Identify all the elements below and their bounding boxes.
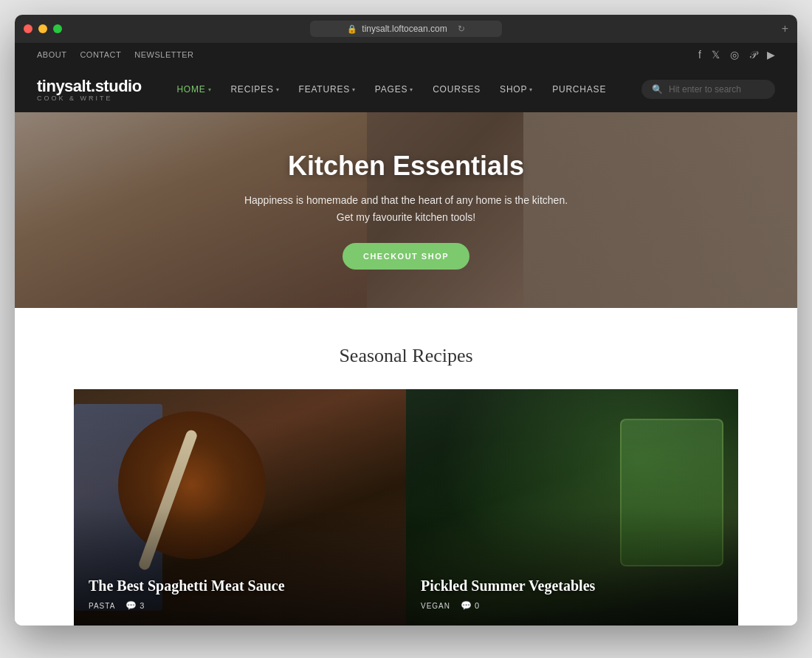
recipe-comments-2: 💬 0 — [461, 600, 479, 611]
page-content: ABOUT CONTACT NEWSLETTER f 𝕏 ◎ 𝒫 ▶ tinys… — [15, 43, 797, 626]
pinterest-icon[interactable]: 𝒫 — [749, 49, 757, 61]
nav-shop[interactable]: SHOP ▾ — [492, 80, 540, 99]
about-link[interactable]: ABOUT — [37, 50, 66, 59]
fullscreen-button[interactable] — [53, 24, 62, 33]
features-chevron: ▾ — [352, 86, 356, 93]
hero-title: Kitchen Essentials — [244, 151, 568, 182]
recipe-card-pickled[interactable]: Pickled Summer Vegetables VEGAN 💬 0 — [406, 389, 738, 626]
hero-subtitle: Happiness is homemade and that the heart… — [244, 192, 568, 225]
nav-features[interactable]: FEATURES ▾ — [292, 80, 363, 99]
pages-chevron: ▾ — [410, 86, 413, 93]
home-chevron: ▾ — [208, 86, 212, 93]
recipe-card-2-title: Pickled Summer Vegetables — [421, 578, 723, 594]
new-tab-button[interactable]: + — [782, 22, 788, 35]
facebook-icon[interactable]: f — [698, 49, 701, 61]
recipe-card-1-title: The Best Spaghetti Meat Sauce — [89, 578, 391, 594]
nav-home[interactable]: HOME ▾ — [169, 80, 219, 99]
instagram-icon[interactable]: ◎ — [730, 49, 739, 61]
recipe-card-2-info: Pickled Summer Vegetables VEGAN 💬 0 — [406, 563, 738, 626]
comment-icon: 💬 — [125, 600, 137, 611]
checkout-shop-button[interactable]: CHECKOUT SHOP — [343, 243, 469, 270]
recipes-chevron: ▾ — [276, 86, 280, 93]
recipe-card-1-meta: PASTA 💬 3 — [89, 600, 391, 611]
twitter-icon[interactable]: 𝕏 — [712, 49, 720, 61]
recipe-card-1-info: The Best Spaghetti Meat Sauce PASTA 💬 3 — [74, 563, 406, 626]
recipes-section: Seasonal Recipes The Best Spaghetti Meat… — [15, 308, 797, 626]
mac-window: 🔒 tinysalt.loftocean.com ↻ + ABOUT CONTA… — [15, 15, 797, 626]
recipe-comments-1: 💬 3 — [125, 600, 144, 611]
logo-tagline: COOK & WRITE — [37, 95, 142, 102]
logo-name: tinysalt.studio — [37, 77, 142, 96]
shop-chevron: ▾ — [529, 86, 533, 93]
search-input[interactable] — [669, 84, 765, 95]
url-display: tinysalt.loftocean.com — [362, 24, 447, 34]
top-bar: ABOUT CONTACT NEWSLETTER f 𝕏 ◎ 𝒫 ▶ — [15, 43, 797, 66]
hero-content: Kitchen Essentials Happiness is homemade… — [244, 151, 568, 270]
nav-links: HOME ▾ RECIPES ▾ FEATURES ▾ PAGES ▾ COUR… — [169, 80, 613, 99]
search-icon: 🔍 — [652, 84, 663, 95]
window-buttons — [24, 24, 62, 33]
hero-section: Kitchen Essentials Happiness is homemade… — [15, 112, 797, 308]
top-bar-links: ABOUT CONTACT NEWSLETTER — [37, 50, 193, 59]
search-box[interactable]: 🔍 — [641, 80, 775, 99]
contact-link[interactable]: CONTACT — [80, 50, 121, 59]
recipe-card-2-meta: VEGAN 💬 0 — [421, 600, 723, 611]
recipe-grid: The Best Spaghetti Meat Sauce PASTA 💬 3 — [74, 389, 738, 626]
minimize-button[interactable] — [38, 24, 47, 33]
recipe-tag-pasta: PASTA — [89, 602, 115, 610]
refresh-icon[interactable]: ↻ — [458, 24, 465, 34]
close-button[interactable] — [24, 24, 32, 33]
nav-courses[interactable]: COURSES — [425, 80, 488, 99]
youtube-icon[interactable]: ▶ — [767, 49, 775, 61]
address-bar[interactable]: 🔒 tinysalt.loftocean.com ↻ — [310, 21, 502, 37]
main-nav: tinysalt.studio COOK & WRITE HOME ▾ RECI… — [15, 66, 797, 112]
logo[interactable]: tinysalt.studio COOK & WRITE — [37, 77, 142, 102]
nav-pages[interactable]: PAGES ▾ — [368, 80, 421, 99]
social-icons: f 𝕏 ◎ 𝒫 ▶ — [698, 49, 775, 61]
comment-icon-2: 💬 — [461, 600, 472, 611]
lock-icon: 🔒 — [347, 24, 357, 34]
section-title: Seasonal Recipes — [74, 345, 738, 367]
newsletter-link[interactable]: NEWSLETTER — [134, 50, 193, 59]
titlebar: 🔒 tinysalt.loftocean.com ↻ + — [15, 15, 797, 43]
recipe-card-spaghetti[interactable]: The Best Spaghetti Meat Sauce PASTA 💬 3 — [74, 389, 406, 626]
nav-recipes[interactable]: RECIPES ▾ — [223, 80, 286, 99]
recipe-tag-vegan: VEGAN — [421, 602, 450, 610]
nav-purchase[interactable]: PURCHASE — [545, 80, 613, 99]
